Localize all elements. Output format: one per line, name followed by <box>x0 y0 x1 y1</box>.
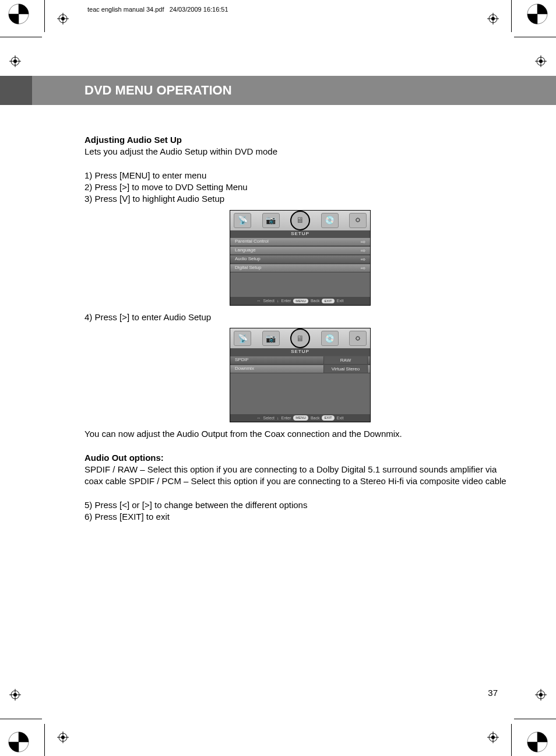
svg-point-27 <box>539 693 543 696</box>
svg-point-35 <box>491 736 495 739</box>
down-arrow-icon: ↓ <box>277 298 279 303</box>
ui-footer-hints: ↔Select ↓Enter MENUBack EXITExit <box>230 414 370 422</box>
crop-line <box>514 37 556 37</box>
camera-icon: 📷 <box>262 213 280 228</box>
menu-row-audio-setup: Audio Setup⇨ <box>230 255 370 264</box>
page-number: 37 <box>488 688 498 698</box>
body-text: Adjusting Audio Set Up Lets you adjust t… <box>85 134 516 523</box>
section-title: DVD MENU OPERATION <box>0 76 556 105</box>
crop-line <box>511 0 512 32</box>
monitor-icon: 🖥 <box>290 211 310 230</box>
lr-arrows-icon: ↔ <box>257 298 261 303</box>
registration-fan-bl <box>8 732 29 752</box>
pdf-timestamp: 24/03/2009 16:16:51 <box>170 6 228 13</box>
registration-fan-br <box>527 732 548 752</box>
menu-row-parental: Parental Control⇨ <box>230 237 370 246</box>
audio-out-head: Audio Out options: <box>85 452 516 464</box>
registration-mark <box>9 689 21 701</box>
ui-setup-label: SETUP <box>230 230 370 238</box>
disc-icon: 💿 <box>321 213 339 228</box>
ui-footer-hints: ↔Select ↓Enter MENUBack EXITExit <box>230 297 370 304</box>
svg-point-11 <box>491 17 495 20</box>
crop-line <box>511 724 512 756</box>
ui-icon-bar: 📡 📷 🖥 💿 ⭘ <box>230 211 370 230</box>
step-5: 5) Press [<] or [>] to change between th… <box>85 499 516 511</box>
subsection-body: Lets you adjust the Audio Setup within D… <box>85 146 516 158</box>
crop-line <box>44 0 45 32</box>
ui-setup-screenshot-2: 📡 📷 🖥 💿 ⭘ SETUP SPDIFRAW DownmixVirtual … <box>230 328 371 422</box>
registration-mark <box>487 732 499 743</box>
crop-line <box>0 37 42 37</box>
post-ui2-text: You can now adjust the Audio Output from… <box>85 428 516 440</box>
crop-line <box>514 719 556 719</box>
crop-line <box>0 719 42 719</box>
pdf-filename: teac english manual 34.pdf <box>87 6 164 13</box>
registration-mark <box>535 55 547 67</box>
arrow-right-icon: ⇨ <box>361 256 365 264</box>
step-4: 4) Press [>] to enter Audio Setup <box>85 312 516 323</box>
antenna-icon: 📡 <box>234 331 251 346</box>
svg-point-31 <box>61 736 65 739</box>
disc-icon: 💿 <box>321 331 339 346</box>
svg-point-23 <box>13 693 17 696</box>
ui-spacer <box>230 373 370 414</box>
menu-pill: MENU <box>293 415 308 420</box>
arrow-right-icon: ⇨ <box>361 264 365 272</box>
ui-setup-label: SETUP <box>230 348 370 356</box>
svg-point-15 <box>13 60 17 63</box>
menu-row-language: Language⇨ <box>230 246 370 255</box>
registration-mark <box>487 13 499 24</box>
registration-mark <box>57 732 69 743</box>
down-arrow-icon: ↓ <box>277 415 279 421</box>
antenna-icon: 📡 <box>234 213 251 228</box>
power-icon: ⭘ <box>349 331 367 346</box>
subsection-head: Adjusting Audio Set Up <box>85 134 516 146</box>
exit-pill: EXIT <box>322 415 334 420</box>
menu-row-digital-setup: Digital Setup⇨ <box>230 264 370 272</box>
monitor-icon: 🖥 <box>290 328 310 348</box>
svg-point-19 <box>539 60 543 63</box>
pdf-header-info: teac english manual 34.pdf 24/03/2009 16… <box>87 6 228 13</box>
menu-row-spdif: SPDIFRAW <box>230 356 370 365</box>
step-6: 6) Press [EXIT] to exit <box>85 511 516 523</box>
page-content: DVD MENU OPERATION Adjusting Audio Set U… <box>32 76 524 523</box>
registration-mark <box>535 689 547 701</box>
power-icon: ⭘ <box>349 213 367 228</box>
ui-setup-screenshot-1: 📡 📷 🖥 💿 ⭘ SETUP Parental Control⇨ Langua… <box>230 210 371 306</box>
step-1: 1) Press [MENU] to enter menu <box>85 170 516 181</box>
registration-fan-tl <box>8 4 29 24</box>
menu-row-downmix: DownmixVirtual Stereo <box>230 365 370 373</box>
ui-spacer <box>230 272 370 297</box>
registration-mark <box>57 13 69 24</box>
registration-mark <box>9 55 21 67</box>
ui-icon-bar: 📡 📷 🖥 💿 ⭘ <box>230 328 370 348</box>
svg-point-7 <box>61 17 65 20</box>
arrow-right-icon: ⇨ <box>361 238 365 246</box>
step-3: 3) Press [V] to highlight Audio Setup <box>85 193 516 205</box>
crop-line <box>44 724 45 756</box>
arrow-right-icon: ⇨ <box>361 247 365 255</box>
step-2: 2) Press [>] to move to DVD Setting Menu <box>85 181 516 193</box>
lr-arrows-icon: ↔ <box>257 415 261 421</box>
exit-pill: EXIT <box>322 299 334 303</box>
audio-out-body: SPDIF / RAW – Select this option if you … <box>85 464 516 488</box>
menu-pill: MENU <box>293 299 308 303</box>
registration-fan-tr <box>527 4 548 24</box>
camera-icon: 📷 <box>262 331 280 346</box>
